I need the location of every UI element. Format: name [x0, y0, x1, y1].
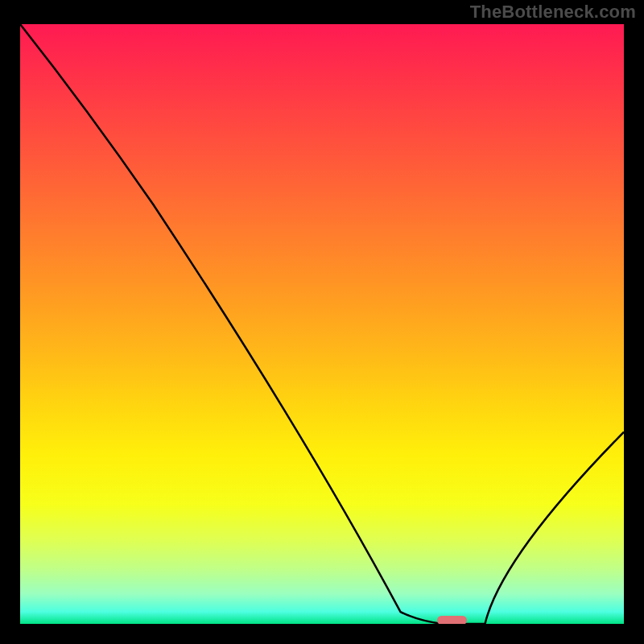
bottleneck-curve: [20, 24, 624, 624]
watermark-text: TheBottleneck.com: [470, 2, 636, 23]
optimal-marker: [437, 616, 468, 624]
chart-frame: TheBottleneck.com: [0, 0, 644, 644]
curve-path: [20, 24, 624, 624]
plot-area: [20, 24, 624, 624]
